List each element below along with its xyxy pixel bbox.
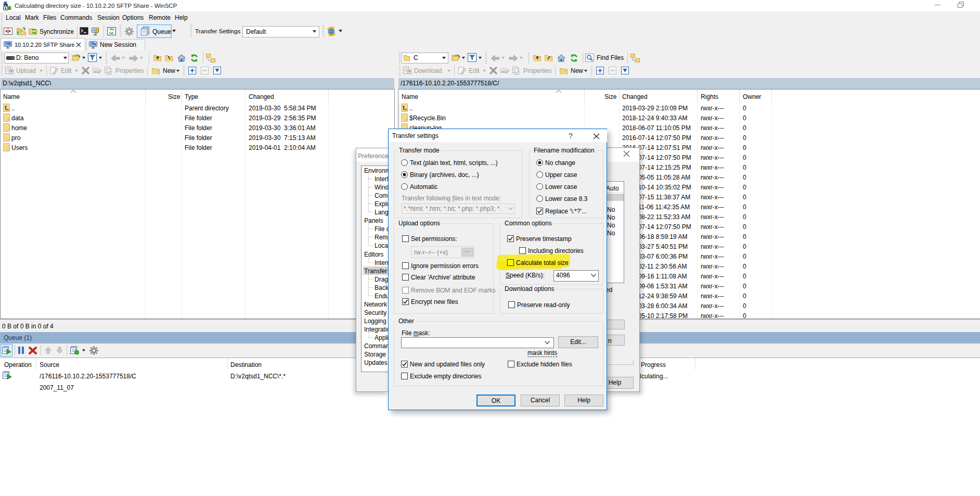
svg-text:ab: ab	[501, 69, 506, 73]
svg-text:ab: ab	[94, 69, 98, 73]
